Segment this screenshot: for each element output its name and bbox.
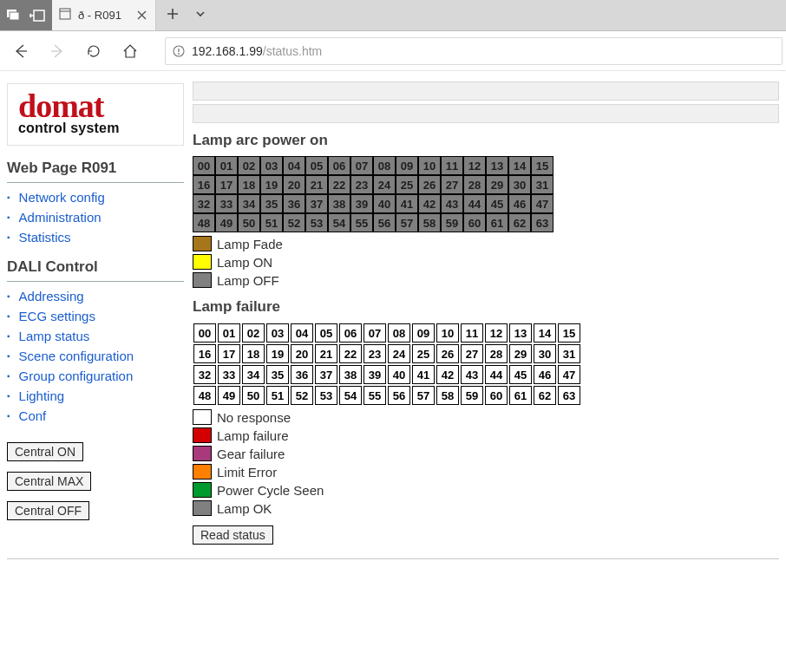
tab-overflow-button[interactable] (189, 3, 212, 28)
arc-cell[interactable]: 14 (508, 156, 531, 175)
nav-home-button[interactable] (113, 34, 147, 69)
failure-cell[interactable]: 48 (193, 386, 216, 405)
failure-cell[interactable]: 40 (388, 365, 410, 384)
arc-cell[interactable]: 27 (441, 175, 463, 194)
arc-cell[interactable]: 52 (283, 213, 305, 232)
arc-cell[interactable]: 11 (441, 156, 463, 175)
failure-cell[interactable]: 28 (485, 344, 508, 363)
arc-cell[interactable]: 36 (283, 194, 305, 213)
arc-cell[interactable]: 38 (328, 194, 350, 213)
failure-cell[interactable]: 62 (534, 386, 556, 405)
failure-cell[interactable]: 60 (485, 386, 508, 405)
failure-cell[interactable]: 37 (315, 365, 337, 384)
failure-cell[interactable]: 14 (534, 323, 556, 343)
sidebar-link[interactable]: Administration (19, 210, 102, 225)
arc-cell[interactable]: 19 (260, 175, 283, 194)
failure-cell[interactable]: 18 (242, 344, 265, 363)
sidebar-link[interactable]: Addressing (19, 289, 84, 303)
arc-cell[interactable]: 47 (531, 194, 553, 213)
failure-cell[interactable]: 34 (242, 365, 265, 384)
failure-cell[interactable]: 07 (364, 323, 386, 343)
tab-close-icon[interactable] (135, 6, 148, 24)
failure-cell[interactable]: 51 (266, 386, 289, 405)
failure-cell[interactable]: 63 (558, 386, 580, 405)
arc-cell[interactable]: 32 (193, 194, 215, 213)
failure-cell[interactable]: 17 (218, 344, 240, 363)
nav-back-button[interactable] (3, 34, 38, 69)
failure-cell[interactable]: 39 (364, 365, 386, 384)
failure-cell[interactable]: 57 (412, 386, 435, 405)
central-button[interactable]: Central OFF (7, 501, 89, 520)
failure-cell[interactable]: 45 (509, 365, 532, 384)
arc-cell[interactable]: 61 (486, 213, 508, 232)
arc-cell[interactable]: 33 (215, 194, 238, 213)
sidebar-link[interactable]: Network config (19, 190, 105, 205)
failure-cell[interactable]: 26 (436, 344, 459, 363)
failure-cell[interactable]: 01 (218, 323, 240, 343)
arc-cell[interactable]: 42 (418, 194, 441, 213)
arc-cell[interactable]: 22 (328, 175, 350, 194)
arc-cell[interactable]: 05 (305, 156, 328, 175)
arc-cell[interactable]: 16 (193, 175, 215, 194)
arc-cell[interactable]: 00 (193, 156, 215, 175)
arc-cell[interactable]: 02 (238, 156, 260, 175)
arc-cell[interactable]: 17 (215, 175, 238, 194)
failure-cell[interactable]: 19 (266, 344, 289, 363)
arc-cell[interactable]: 06 (328, 156, 350, 175)
arc-cell[interactable]: 21 (305, 175, 328, 194)
arc-cell[interactable]: 15 (531, 156, 553, 175)
failure-cell[interactable]: 49 (218, 386, 240, 405)
arc-cell[interactable]: 60 (463, 213, 486, 232)
arc-cell[interactable]: 40 (373, 194, 396, 213)
central-button[interactable]: Central MAX (7, 472, 91, 491)
failure-cell[interactable]: 05 (315, 323, 337, 343)
arc-cell[interactable]: 29 (486, 175, 508, 194)
failure-cell[interactable]: 46 (534, 365, 556, 384)
arc-cell[interactable]: 45 (486, 194, 508, 213)
arc-cell[interactable]: 35 (260, 194, 283, 213)
failure-cell[interactable]: 15 (558, 323, 580, 343)
arc-cell[interactable]: 34 (238, 194, 260, 213)
failure-cell[interactable]: 20 (291, 344, 313, 363)
arc-cell[interactable]: 03 (260, 156, 283, 175)
arc-cell[interactable]: 07 (350, 156, 373, 175)
browser-tab[interactable]: ð - R091 (52, 0, 156, 30)
nav-refresh-button[interactable] (76, 34, 111, 69)
arc-cell[interactable]: 12 (463, 156, 486, 175)
arc-cell[interactable]: 23 (350, 175, 373, 194)
arc-cell[interactable]: 51 (260, 213, 283, 232)
arc-cell[interactable]: 44 (463, 194, 486, 213)
failure-cell[interactable]: 21 (315, 344, 337, 363)
arc-cell[interactable]: 57 (396, 213, 418, 232)
failure-cell[interactable]: 32 (193, 365, 216, 384)
failure-cell[interactable]: 10 (436, 323, 459, 343)
arc-cell[interactable]: 25 (396, 175, 418, 194)
failure-cell[interactable]: 43 (461, 365, 483, 384)
failure-cell[interactable]: 03 (266, 323, 289, 343)
arc-cell[interactable]: 31 (531, 175, 553, 194)
failure-cell[interactable]: 22 (339, 344, 362, 363)
arc-cell[interactable]: 18 (238, 175, 260, 194)
site-info-icon[interactable] (173, 45, 185, 57)
failure-cell[interactable]: 41 (412, 365, 435, 384)
failure-cell[interactable]: 53 (315, 386, 337, 405)
sidebar-link[interactable]: Statistics (19, 230, 71, 245)
failure-cell[interactable]: 24 (388, 344, 410, 363)
failure-cell[interactable]: 09 (412, 323, 435, 343)
central-button[interactable]: Central ON (7, 442, 83, 461)
failure-cell[interactable]: 04 (291, 323, 313, 343)
arc-cell[interactable]: 59 (441, 213, 463, 232)
failure-cell[interactable]: 30 (534, 344, 556, 363)
failure-cell[interactable]: 31 (558, 344, 580, 363)
arc-cell[interactable]: 48 (193, 213, 215, 232)
failure-cell[interactable]: 42 (436, 365, 459, 384)
arc-cell[interactable]: 30 (508, 175, 531, 194)
failure-cell[interactable]: 29 (509, 344, 532, 363)
arc-cell[interactable]: 13 (486, 156, 508, 175)
arc-cell[interactable]: 63 (531, 213, 553, 232)
arc-cell[interactable]: 46 (508, 194, 531, 213)
arc-cell[interactable]: 09 (396, 156, 418, 175)
nav-forward-button[interactable] (40, 34, 75, 69)
sidebar-link[interactable]: Lighting (19, 388, 65, 403)
failure-cell[interactable]: 58 (436, 386, 459, 405)
